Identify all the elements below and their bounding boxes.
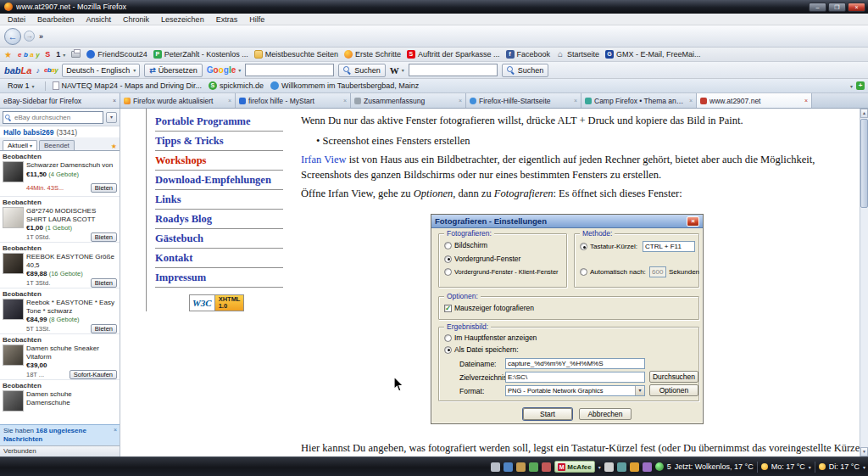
weather-now[interactable]: Jetzt: Wolkenlos, 17 °C	[675, 462, 754, 471]
wikipedia-search-input[interactable]	[409, 64, 498, 76]
add-icon[interactable]: +	[856, 81, 865, 90]
back-button[interactable]: ←	[4, 28, 21, 45]
tab-aktuell[interactable]: Aktuell▾	[3, 140, 37, 150]
bid-button[interactable]: Bieten	[91, 278, 117, 288]
nav-portable-programme[interactable]: Portable Programme	[155, 112, 283, 132]
tray-icon[interactable]	[617, 462, 626, 472]
language-select[interactable]: Deutsch - Englisch▾	[62, 64, 140, 77]
menu-bearbeiten[interactable]: Bearbeiten	[31, 15, 81, 24]
w3c-xhtml-badge[interactable]: W3C XHTML1.0	[189, 294, 244, 311]
watch-list-item[interactable]: Beobachten Reebok * EASYTONE * Easy Tone…	[0, 288, 120, 334]
radio-als-datei-speichern[interactable]	[444, 346, 452, 354]
wikipedia-search-button[interactable]: Suchen	[502, 64, 549, 77]
tray-icon[interactable]	[491, 462, 500, 472]
printer-icon[interactable]	[71, 51, 81, 58]
radio-automatisch[interactable]	[580, 268, 587, 276]
tab-close-icon[interactable]: ×	[804, 98, 808, 104]
scrollbar-thumb[interactable]	[860, 119, 868, 208]
google-engine-select[interactable]: Google▾	[207, 65, 241, 75]
filename-input[interactable]	[505, 358, 645, 369]
mcafee-tray-badge[interactable]: M McAfee	[554, 461, 594, 473]
speaker-icon[interactable]: ♪	[36, 66, 40, 75]
menu-datei[interactable]: Datei	[2, 15, 31, 24]
nav-gaestebuch[interactable]: Gästebuch	[155, 229, 283, 249]
tab-firefox-hilfe-mystart[interactable]: firefox hilfe - MyStart×	[236, 93, 351, 108]
menu-hilfe[interactable]: Hilfe	[243, 15, 270, 24]
start-button[interactable]: Start	[523, 408, 572, 420]
tab-close-icon[interactable]: ×	[574, 98, 577, 104]
irfanview-link[interactable]: Irfan View	[301, 154, 347, 165]
toolbar-overflow-chevron-icon[interactable]: »	[39, 32, 43, 41]
wikipedia-engine-select[interactable]: W▾	[390, 65, 404, 76]
google-search-button[interactable]: Suchen	[338, 64, 386, 77]
seconds-input[interactable]	[649, 266, 666, 277]
tab-firefox-aktualisiert[interactable]: Firefox wurde aktualisiert×	[120, 93, 236, 108]
weather-monday[interactable]: Mo: 17 °C	[771, 462, 805, 471]
bookmark-meistbesuchte-seiten[interactable]: Meistbesuchte Seiten	[254, 50, 338, 59]
watch-list-item[interactable]: Beobachten G8*2740 MODISCHES SHIRT LAURA…	[0, 197, 120, 243]
tray-icon[interactable]	[504, 462, 513, 472]
target-directory-input[interactable]	[505, 372, 645, 383]
favorites-star-icon[interactable]: ★	[111, 143, 117, 150]
format-select[interactable]: PNG - Portable Network Graphics ▾	[505, 385, 645, 396]
search-options-button[interactable]: ▾	[106, 112, 117, 123]
bookmark-erste-schritte[interactable]: Erste Schritte	[344, 50, 401, 59]
tab-beendet[interactable]: Beendet	[39, 140, 75, 150]
bookmark-friendscout24[interactable]: FriendScout24	[86, 50, 147, 59]
messages-notification[interactable]: Sie haben 168 ungelesene Nachrichten ×	[0, 424, 120, 445]
ebay-icon[interactable]: ebay	[44, 66, 58, 74]
tray-icon[interactable]	[630, 462, 639, 472]
menu-extras[interactable]: Extras	[210, 15, 244, 24]
watch-list-item[interactable]: Beobachten Schwarzer Damenschuh von €11,…	[0, 151, 120, 197]
tray-icon[interactable]	[516, 462, 526, 472]
bookmark-taubertsbergbad[interactable]: Willkommem im Taubertsbergbad, Mainz	[270, 81, 419, 90]
minimize-button[interactable]: –	[809, 3, 826, 12]
chevron-down-icon[interactable]: ▾	[850, 83, 853, 89]
vertical-scrollbar[interactable]: ▲ ▼	[860, 109, 868, 456]
dialog-close-button[interactable]: ×	[687, 216, 699, 227]
bookmark-startseite[interactable]: ⌂Startseite	[556, 50, 599, 59]
nav-workshops[interactable]: Workshops	[155, 151, 283, 171]
close-icon[interactable]: ×	[114, 427, 117, 434]
tab-camp-firefox[interactable]: Camp Firefox • Thema anzeige...×	[581, 93, 697, 108]
maximize-button[interactable]: ❐	[828, 3, 846, 12]
scroll-up-icon[interactable]: ▲	[860, 109, 868, 118]
radio-bildschirm[interactable]	[444, 242, 452, 249]
abbrechen-button[interactable]: Abbrechen	[579, 408, 632, 420]
tray-icon[interactable]	[529, 462, 538, 472]
chevron-down-icon[interactable]: ▾	[598, 464, 601, 470]
user-greeting-link[interactable]: Hallo babsi269	[3, 128, 54, 137]
radio-vordergrund-fenster[interactable]	[444, 255, 452, 263]
buy-now-button[interactable]: Sofort-Kaufen	[70, 370, 117, 379]
taskbar[interactable]: M McAfee ▾ 5 Jetzt: Wolkenlos, 17 °C Mo:…	[0, 456, 868, 476]
status-orb-icon[interactable]	[655, 462, 664, 471]
watch-list-item[interactable]: Beobachten REEBOK EASYTONE Größe 40,5 €8…	[0, 243, 120, 288]
scroll-down-icon[interactable]: ▼	[860, 447, 868, 456]
s-logo-bookmark[interactable]: S	[45, 50, 50, 59]
ebay-bookmark[interactable]: ebay	[18, 51, 39, 59]
tab-zusammenfassung[interactable]: Zusammenfassung×	[351, 93, 466, 108]
chevron-down-icon[interactable]: ▾	[863, 464, 865, 470]
nav-tipps-tricks[interactable]: Tipps & Tricks	[155, 132, 283, 151]
bid-button[interactable]: Bieten	[91, 232, 117, 242]
bookmark-spickmich[interactable]: Sspickmich.de	[209, 81, 264, 90]
nav-links[interactable]: Links	[155, 190, 283, 210]
translate-button[interactable]: ⇄Übersetzen	[144, 64, 203, 77]
star-bookmark[interactable]: ★	[4, 50, 12, 59]
radio-tastatur-kuerzel[interactable]	[580, 243, 587, 250]
menu-lesezeichen[interactable]: Lesezeichen	[155, 15, 210, 24]
tab-at2907[interactable]: www.at2907.net×	[697, 93, 812, 108]
tab-close-icon[interactable]: ×	[459, 98, 462, 104]
nav-roadys-blog[interactable]: Roadys Blog	[155, 210, 283, 229]
bookmark-peterzahlt[interactable]: PPeterZahlt - Kostenlos ...	[153, 50, 248, 59]
bid-button[interactable]: Bieten	[91, 183, 117, 193]
bookmark-navteq-map24[interactable]: NAVTEQ Map24 - Maps and Driving Dir...	[53, 81, 202, 90]
close-button[interactable]: ×	[848, 3, 865, 12]
menu-chronik[interactable]: Chronik	[117, 15, 155, 24]
bookmark-gmx[interactable]: GGMX - E-Mail, FreeMai...	[605, 50, 701, 59]
bid-button[interactable]: Bieten	[91, 324, 117, 333]
watch-list-item[interactable]: Beobachten Damen schuhe Damenschuhe	[0, 380, 120, 426]
shortcut-input[interactable]	[643, 241, 695, 252]
bookmark-facebook[interactable]: fFacebook	[506, 50, 551, 59]
tab-firefox-hilfe-startseite[interactable]: Firefox-Hilfe-Startseite×	[466, 93, 581, 108]
